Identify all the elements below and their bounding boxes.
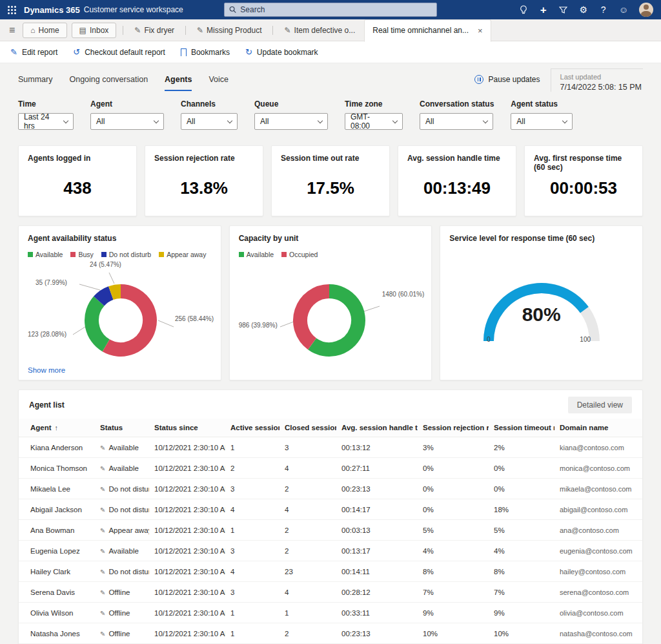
session-tab-home[interactable]: ⌂Home [23,23,66,38]
session-tab-missing-product[interactable]: ✎Missing Product [190,19,268,41]
status-icon: ✎ [100,527,105,534]
filter-select-queue[interactable]: All [254,113,328,130]
cell-domain-name: monica@contoso.com [554,458,642,479]
col-label: Session timeout rate [494,424,554,431]
agent-row[interactable]: Mikaela Lee✎Do not disturb10/12/2021 2:3… [19,479,642,499]
update-bookmark-button[interactable]: ↻Update bookmark [245,48,318,57]
help-icon[interactable]: ? [599,5,608,14]
status-icon: ✎ [100,486,105,493]
last-updated-label: Last updated [560,73,642,81]
legend-label: Busy [78,251,93,258]
edit-report-button[interactable]: ✎Edit report [10,48,57,57]
checkout-default-report-button[interactable]: ↺Checkout default report [73,48,165,57]
detailed-view-button[interactable]: Detailed view [568,397,632,413]
report-tab-voice[interactable]: Voice [208,75,229,91]
cell-session-rejection-rate: 10% [418,623,489,644]
cell-domain-name: ana@contoso.com [554,520,642,541]
filter-select-agent-status[interactable]: All [511,113,573,130]
agent-row[interactable]: Monica Thomson✎Available10/12/2021 2:30:… [19,458,642,479]
col-session-rejection-rate[interactable]: Session rejection rate [418,419,489,437]
col-status[interactable]: Status [95,419,149,437]
filter-select-time[interactable]: Last 24 hrs [18,113,74,130]
cell-domain-name: hailey@contoso.com [554,561,642,582]
agent-row[interactable]: Abigail Jackson✎Do not disturb10/12/2021… [19,499,642,520]
cell-status-since: 10/12/2021 2:30:10 AM [149,623,225,644]
app-title[interactable]: Dynamics 365 [24,5,80,15]
kpi-agents-logged-in: Agents logged in438 [18,145,137,216]
donut-segment-appear-away[interactable] [111,291,121,293]
report-tabs: SummaryOngoing conversationAgentsVoice [18,68,229,91]
cell-session-timeout-rate: 10% [489,623,554,644]
legend-swatch [281,252,287,257]
add-icon[interactable]: + [539,5,548,16]
search-input[interactable] [240,5,432,14]
global-search-box[interactable] [224,3,437,17]
col-closed-sessions[interactable]: Closed sessions [280,419,336,437]
app-launcher-icon[interactable] [8,6,16,14]
agent-list-header: Agent list Detailed view [19,390,642,419]
col-active-sessions[interactable]: Active sessions [225,419,280,437]
cell-domain-name: olivia@contoso.com [554,603,642,623]
filter-select-time-zone[interactable]: GMT-08:00 [345,113,403,130]
donut-segment-do-not-disturb[interactable] [99,293,111,302]
agent-row[interactable]: Ana Bowman✎Appear away10/12/2021 2:30:10… [19,520,642,541]
col-label: Active sessions [230,424,280,431]
menu-icon[interactable]: ≡ [9,25,15,36]
user-avatar[interactable] [639,3,653,17]
donut-segment-busy[interactable] [106,291,150,349]
legend-label: Available [247,251,274,258]
close-tab-icon[interactable]: × [478,26,483,36]
session-tab-real-time-omnichannel-an[interactable]: Real time omnichannel an...× [364,19,491,42]
show-more-link[interactable]: Show more [28,366,65,374]
filter-icon[interactable] [559,6,568,14]
feedback-icon[interactable]: ☺ [619,5,628,14]
col-avg-session-handle-time[interactable]: Avg. session handle time [336,419,418,437]
filter-select-conversation-status[interactable]: All [420,113,493,130]
agent-row[interactable]: Olivia Wilson✎Offline10/12/2021 2:30:10 … [19,603,642,623]
legend-swatch [70,252,76,257]
cell-session-rejection-rate: 8% [418,561,489,582]
cell-avg-session-handle-time: 00:23:13 [336,623,418,644]
col-domain-name[interactable]: Domain name [554,419,642,437]
session-tab-fix-dryer[interactable]: ✎Fix dryer [128,19,181,41]
donut-segment-occupied[interactable] [300,291,329,344]
report-tab-agents[interactable]: Agents [165,75,192,91]
legend-swatch [28,252,33,257]
kpi-label: Session time out rate [281,154,380,163]
cell-session-timeout-rate: 2% [489,437,554,458]
agent-row[interactable]: Hailey Clark✎Do not disturb10/12/2021 2:… [19,561,642,582]
agent-row[interactable]: Kiana Anderson✎Available10/12/2021 2:30:… [19,437,642,458]
kpi-value: 13.8% [145,178,263,198]
session-tab-inbox[interactable]: ▤Inbox [72,23,117,38]
agent-row[interactable]: Serena Davis✎Offline10/12/2021 2:30:10 A… [19,582,642,603]
status-icon: ✎ [100,568,105,576]
agent-row[interactable]: Natasha Jones✎Offline10/12/2021 2:30:10 … [19,623,642,644]
session-tab-item-defective-o[interactable]: ✎Item defective o... [278,19,361,41]
legend-label: Appear away [167,251,206,258]
report-tab-ongoing-conversation[interactable]: Ongoing conversation [69,75,148,91]
filter-select-channels[interactable]: All [181,113,238,130]
pause-updates-button[interactable]: Pause updates [474,75,540,84]
legend-item-available: Available [239,251,274,258]
col-label: Domain name [560,424,608,431]
legend-item-do-not-disturb: Do not disturb [101,251,151,258]
col-session-timeout-rate[interactable]: Session timeout rate [489,419,554,437]
status-icon: ✎ [100,444,105,452]
legend-swatch [239,252,244,257]
chart-title: Capacity by unit [239,234,423,243]
lightbulb-icon[interactable] [519,5,528,14]
cell-agent: Kiana Anderson [19,437,95,458]
col-status-since[interactable]: Status since [149,419,225,437]
gauge-chart: 80% 0 100 [449,257,633,371]
report-tab-summary[interactable]: Summary [18,75,52,91]
command-label: Update bookmark [257,48,318,57]
table-header-row: Agent↑StatusStatus sinceActive sessionsC… [19,419,642,437]
col-agent[interactable]: Agent↑ [19,419,95,437]
filter-select-agent[interactable]: All [90,113,164,130]
settings-gear-icon[interactable]: ⚙ [579,5,588,14]
app-subtitle: Customer service workspace [84,5,183,14]
cell-status: ✎Do not disturb [95,479,149,499]
donut-segment-available[interactable] [92,301,106,346]
bookmarks-button[interactable]: Bookmarks [181,48,230,57]
agent-row[interactable]: Eugenia Lopez✎Available10/12/2021 2:30:1… [19,541,642,561]
